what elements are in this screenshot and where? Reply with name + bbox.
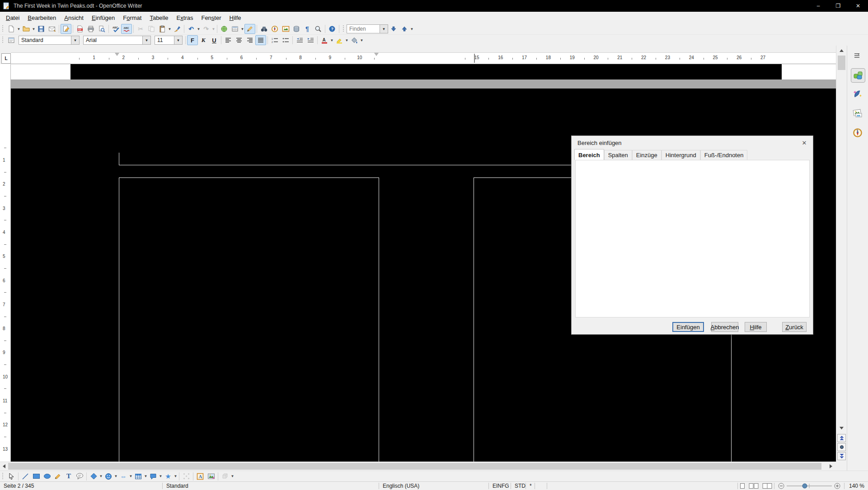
callouts-dropdown[interactable]: ▼ — [159, 471, 163, 481]
new-document-dropdown[interactable]: ▼ — [17, 24, 21, 34]
block-arrows-dropdown[interactable]: ▼ — [129, 471, 133, 481]
nonprinting-characters-icon[interactable]: ¶ — [302, 24, 313, 34]
find-toolbar-grip[interactable] — [342, 25, 345, 33]
view-book-icon[interactable] — [760, 482, 774, 490]
rectangle-tool-icon[interactable] — [31, 471, 42, 481]
minimize-button[interactable]: – — [808, 0, 828, 12]
view-multi-page-icon[interactable] — [747, 482, 760, 490]
dialog-tab-fuendnoten[interactable]: Fuß-/Endnoten — [700, 150, 748, 160]
symbol-shapes-icon[interactable] — [103, 471, 114, 481]
horizontal-ruler[interactable]: 1234567891015161718192021222324252627 — [11, 52, 836, 64]
scroll-down-icon[interactable] — [837, 424, 846, 432]
find-replace-icon[interactable] — [258, 24, 269, 34]
zoom-icon[interactable] — [313, 24, 324, 34]
font-size-select[interactable]: 11▼ — [155, 36, 183, 45]
previous-page-button[interactable] — [837, 434, 846, 442]
font-color-icon[interactable]: A — [319, 35, 330, 45]
menu-bearbeiten[interactable]: Bearbeiten — [23, 13, 60, 23]
close-button[interactable]: ✕ — [848, 0, 868, 12]
new-document-icon[interactable] — [6, 24, 17, 34]
email-icon[interactable] — [47, 24, 57, 34]
table-icon[interactable] — [230, 24, 240, 34]
drawbar-grip[interactable] — [1, 473, 5, 480]
next-page-button[interactable] — [837, 452, 846, 460]
select-arrow-icon[interactable] — [6, 471, 17, 481]
text-tool-icon[interactable]: T — [63, 471, 74, 481]
vertical-scrollbar[interactable] — [836, 46, 847, 462]
sidebar-settings-icon[interactable] — [851, 49, 864, 63]
find-input[interactable]: Finden▼ — [347, 24, 388, 33]
indent-marker[interactable] — [374, 53, 379, 56]
menu-einfgen[interactable]: Einfügen — [88, 13, 119, 23]
open-icon[interactable] — [21, 24, 32, 34]
redo-dropdown[interactable]: ▼ — [211, 24, 216, 34]
horizontal-scrollbar[interactable] — [0, 462, 836, 471]
paragraph-style-select[interactable]: Standard▼ — [19, 36, 80, 45]
status-insert-mode[interactable]: EINFG — [489, 482, 511, 490]
line-tool-icon[interactable] — [20, 471, 31, 481]
highlighting-icon[interactable] — [334, 35, 345, 45]
status-zoom-level[interactable]: 140 % — [845, 482, 868, 490]
flowchart-icon[interactable] — [133, 471, 144, 481]
redo-icon[interactable]: ↷ — [201, 24, 211, 34]
font-color-dropdown[interactable]: ▼ — [330, 35, 334, 45]
align-left-icon[interactable] — [223, 35, 234, 45]
spellcheck-icon[interactable]: ABC — [110, 24, 121, 34]
status-modified-flag[interactable]: * — [526, 482, 535, 490]
find-dropdown-icon[interactable]: ▼ — [380, 25, 388, 33]
horizontal-scroll-thumb[interactable] — [8, 463, 821, 470]
dialog-tab-bereich[interactable]: Bereich — [574, 149, 604, 160]
sidebar-navigator-icon[interactable]: N — [851, 126, 864, 140]
zoom-slider[interactable] — [786, 482, 833, 490]
increase-indent-icon[interactable] — [305, 35, 316, 45]
scroll-left-icon[interactable] — [1, 463, 7, 469]
help-icon[interactable]: ? — [327, 24, 338, 34]
hyperlink-icon[interactable] — [219, 24, 230, 34]
edit-mode-icon[interactable] — [61, 24, 71, 34]
underline-button[interactable]: U — [209, 35, 220, 45]
highlighting-dropdown[interactable]: ▼ — [345, 35, 349, 45]
draw-functions-icon[interactable] — [244, 24, 255, 34]
sidebar-properties-icon[interactable] — [851, 68, 865, 83]
ellipse-tool-icon[interactable] — [42, 471, 52, 481]
bold-button[interactable]: F — [187, 35, 198, 45]
page-preview-icon[interactable] — [96, 24, 107, 34]
basic-shapes-dropdown[interactable]: ▼ — [99, 471, 103, 481]
extrusion-icon[interactable] — [220, 471, 230, 481]
stars-dropdown[interactable]: ▼ — [174, 471, 178, 481]
size-dropdown-icon[interactable]: ▼ — [174, 36, 182, 44]
scroll-up-icon[interactable] — [837, 47, 846, 54]
undo-icon[interactable]: ↶ — [186, 24, 197, 34]
status-page-style[interactable]: Standard — [163, 482, 379, 490]
dialog-close-icon[interactable]: ✕ — [800, 139, 808, 147]
flowchart-dropdown[interactable]: ▼ — [144, 471, 148, 481]
basic-shapes-icon[interactable] — [88, 471, 99, 481]
back-button[interactable]: Zurück — [782, 322, 807, 332]
numbered-list-icon[interactable]: 12 — [269, 35, 280, 45]
status-signature-cell[interactable] — [535, 482, 547, 490]
vertical-scroll-thumb[interactable] — [838, 56, 845, 70]
print-icon[interactable] — [85, 24, 96, 34]
callout-text-icon[interactable] — [74, 471, 85, 481]
italic-button[interactable]: K — [198, 35, 209, 45]
status-language[interactable]: Englisch (USA) — [379, 482, 488, 490]
open-dropdown[interactable]: ▼ — [32, 24, 36, 34]
toolbar-grip[interactable] — [1, 25, 5, 33]
scroll-right-icon[interactable] — [828, 463, 834, 469]
fontwork-icon[interactable]: A — [195, 471, 206, 481]
block-arrows-icon[interactable]: ⇔ — [118, 471, 129, 481]
copy-icon[interactable] — [146, 24, 157, 34]
align-justify-icon[interactable] — [255, 35, 266, 45]
dialog-tab-hintergrund[interactable]: Hintergrund — [662, 150, 700, 160]
maximize-button[interactable]: ❐ — [828, 0, 848, 12]
cut-icon[interactable]: ✂ — [135, 24, 146, 34]
find-previous-icon[interactable] — [399, 24, 410, 34]
edit-points-icon[interactable] — [181, 471, 192, 481]
navigation-button[interactable] — [837, 443, 846, 451]
dialog-tab-spalten[interactable]: Spalten — [604, 150, 632, 160]
sidebar-styles-icon[interactable] — [851, 87, 864, 101]
sidebar-gallery-icon[interactable] — [851, 106, 864, 120]
decrease-indent-icon[interactable] — [294, 35, 305, 45]
align-center-icon[interactable] — [234, 35, 244, 45]
paste-icon[interactable] — [157, 24, 168, 34]
